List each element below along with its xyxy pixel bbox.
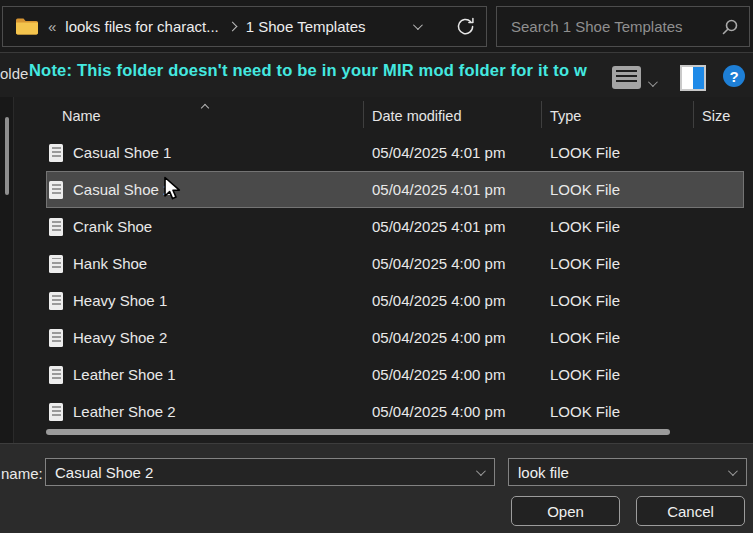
- file-type: LOOK File: [550, 144, 620, 161]
- help-icon[interactable]: ?: [723, 65, 745, 87]
- file-row[interactable]: Casual Shoe 1 05/04/2025 4:01 pm LOOK Fi…: [46, 134, 744, 171]
- file-name: Leather Shoe 1: [73, 366, 176, 383]
- file-icon: [49, 255, 63, 273]
- vertical-scrollbar-thumb[interactable]: [5, 117, 9, 195]
- folder-icon: [15, 17, 39, 36]
- column-header-size[interactable]: Size: [702, 108, 730, 124]
- file-row[interactable]: Leather Shoe 2 05/04/2025 4:00 pm LOOK F…: [46, 393, 744, 430]
- file-type: LOOK File: [550, 366, 620, 383]
- file-date: 05/04/2025 4:01 pm: [372, 144, 505, 161]
- column-header-date-modified[interactable]: Date modified: [372, 108, 461, 124]
- filename-label: name:: [1, 465, 43, 482]
- file-icon: [49, 329, 63, 347]
- file-date: 05/04/2025 4:01 pm: [372, 181, 505, 198]
- file-date: 05/04/2025 4:00 pm: [372, 292, 505, 309]
- dialog-top-bar: « looks files for charact... 1 Shoe Temp…: [0, 0, 753, 52]
- column-separator[interactable]: [693, 101, 694, 128]
- filetype-dropdown-chevron-icon[interactable]: [728, 466, 738, 476]
- address-history-chevron-icon[interactable]: [413, 20, 423, 30]
- column-separator[interactable]: [363, 101, 364, 128]
- sort-ascending-icon: [202, 98, 208, 114]
- note-toolbar: olde Note: This folder doesn't need to b…: [0, 53, 753, 97]
- breadcrumb-separator-icon: [227, 22, 237, 32]
- column-separator[interactable]: [541, 101, 542, 128]
- open-button[interactable]: Open: [511, 496, 620, 526]
- file-date: 05/04/2025 4:01 pm: [372, 218, 505, 235]
- file-type: LOOK File: [550, 218, 620, 235]
- file-date: 05/04/2025 4:00 pm: [372, 403, 505, 420]
- preview-pane-icon[interactable]: [680, 65, 706, 91]
- file-date: 05/04/2025 4:00 pm: [372, 255, 505, 272]
- clipped-background-text: olde: [0, 65, 28, 82]
- file-type: LOOK File: [550, 329, 620, 346]
- address-bar[interactable]: « looks files for charact... 1 Shoe Temp…: [2, 6, 487, 47]
- file-row[interactable]: Leather Shoe 1 05/04/2025 4:00 pm LOOK F…: [46, 356, 744, 393]
- refresh-icon[interactable]: [455, 16, 476, 37]
- file-icon: [49, 292, 63, 310]
- file-type: LOOK File: [550, 181, 620, 198]
- file-icon: [49, 403, 63, 421]
- file-name: Casual Shoe 2: [73, 181, 171, 198]
- file-name: Casual Shoe 1: [73, 144, 171, 161]
- file-open-dialog: « looks files for charact... 1 Shoe Temp…: [0, 0, 753, 533]
- search-icon[interactable]: [721, 18, 739, 36]
- file-row[interactable]: Heavy Shoe 2 05/04/2025 4:00 pm LOOK Fil…: [46, 319, 744, 356]
- file-type: LOOK File: [550, 255, 620, 272]
- file-icon: [49, 218, 63, 236]
- note-banner-text: Note: This folder doesn't need to be in …: [29, 61, 617, 80]
- file-name: Heavy Shoe 2: [73, 329, 167, 346]
- horizontal-scrollbar-thumb[interactable]: [46, 429, 670, 435]
- file-rows: Casual Shoe 1 05/04/2025 4:01 pm LOOK Fi…: [46, 134, 744, 430]
- file-name: Leather Shoe 2: [73, 403, 176, 420]
- file-row[interactable]: Hank Shoe 05/04/2025 4:00 pm LOOK File: [46, 245, 744, 282]
- file-row[interactable]: Heavy Shoe 1 05/04/2025 4:00 pm LOOK Fil…: [46, 282, 744, 319]
- file-date: 05/04/2025 4:00 pm: [372, 329, 505, 346]
- filename-input[interactable]: [46, 464, 476, 481]
- breadcrumb-collapse-indicator[interactable]: «: [48, 18, 56, 35]
- cancel-button[interactable]: Cancel: [636, 496, 745, 526]
- file-list-area: Name Date modified Type Size Casual Shoe…: [0, 97, 753, 443]
- breadcrumb-current-folder[interactable]: 1 Shoe Templates: [246, 18, 366, 35]
- file-row-selected[interactable]: Casual Shoe 2 05/04/2025 4:01 pm LOOK Fi…: [46, 171, 744, 208]
- file-icon: [49, 181, 63, 199]
- dialog-footer: name: look file Open Cancel: [0, 444, 753, 533]
- file-icon: [49, 144, 63, 162]
- left-gutter: [0, 97, 14, 443]
- column-header-name[interactable]: Name: [62, 108, 101, 124]
- column-header-type[interactable]: Type: [550, 108, 581, 124]
- file-type: LOOK File: [550, 292, 620, 309]
- column-header-row: Name Date modified Type Size: [14, 97, 753, 134]
- file-icon: [49, 366, 63, 384]
- file-date: 05/04/2025 4:00 pm: [372, 366, 505, 383]
- filename-combobox[interactable]: [45, 458, 495, 486]
- filetype-value: look file: [509, 464, 569, 481]
- file-name: Heavy Shoe 1: [73, 292, 167, 309]
- file-name: Crank Shoe: [73, 218, 152, 235]
- view-options-chevron-icon[interactable]: [648, 73, 655, 91]
- search-box[interactable]: [496, 6, 750, 47]
- file-type: LOOK File: [550, 403, 620, 420]
- file-row[interactable]: Crank Shoe 05/04/2025 4:01 pm LOOK File: [46, 208, 744, 245]
- filetype-combobox[interactable]: look file: [508, 458, 747, 486]
- search-input[interactable]: [509, 17, 721, 36]
- filename-dropdown-chevron-icon[interactable]: [476, 466, 486, 476]
- details-view-icon[interactable]: [612, 66, 641, 89]
- breadcrumb-parent-folder[interactable]: looks files for charact...: [65, 18, 218, 35]
- file-name: Hank Shoe: [73, 255, 147, 272]
